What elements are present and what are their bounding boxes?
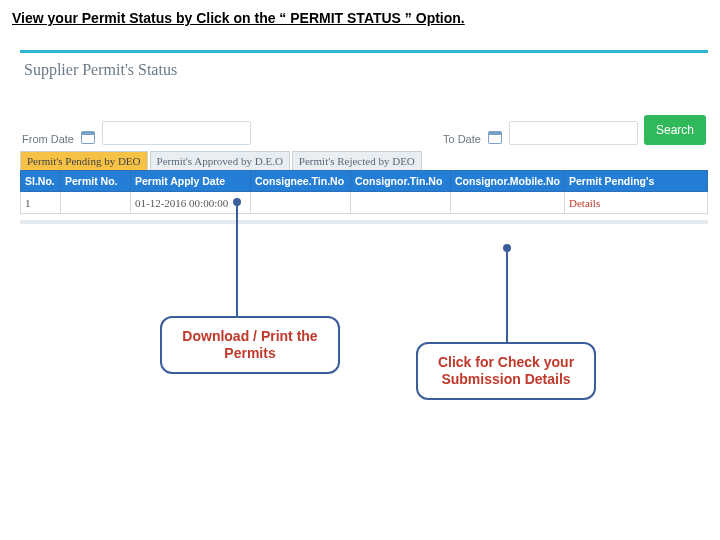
tab-rejected[interactable]: Permit's Rejected by DEO	[292, 151, 422, 170]
tab-pending[interactable]: Permit's Pending by DEO	[20, 151, 148, 170]
cell-slno: 1	[21, 192, 61, 214]
table-header-row: Sl.No. Permit No. Permit Apply Date Cons…	[21, 171, 708, 192]
permit-status-panel: Supplier Permit's Status From Date To Da…	[20, 50, 708, 224]
callout-connector	[236, 202, 238, 316]
to-date-label: To Date	[443, 133, 481, 145]
col-consignor-tin: Consignor.Tin.No	[351, 171, 451, 192]
col-apply-date: Permit Apply Date	[131, 171, 251, 192]
col-pending: Permit Pending's	[565, 171, 708, 192]
cell-consignor-mobile	[451, 192, 565, 214]
to-date-input[interactable]	[509, 121, 638, 145]
calendar-icon[interactable]	[487, 129, 503, 145]
col-consignor-mobile: Consignor.Mobile.No	[451, 171, 565, 192]
page-instruction: View your Permit Status by Click on the …	[12, 10, 708, 26]
cell-consignor-tin	[351, 192, 451, 214]
callout-submission-details: Click for Check your Submission Details	[416, 342, 596, 400]
calendar-icon[interactable]	[80, 129, 96, 145]
cell-permit-no	[61, 192, 131, 214]
cell-consignee-tin	[251, 192, 351, 214]
permit-table: Sl.No. Permit No. Permit Apply Date Cons…	[20, 170, 708, 214]
col-slno: Sl.No.	[21, 171, 61, 192]
date-filter-row: From Date To Date Search	[20, 85, 708, 147]
panel-footer-divider	[20, 220, 708, 224]
callout-download-print: Download / Print the Permits	[160, 316, 340, 374]
col-consignee-tin: Consignee.Tin.No	[251, 171, 351, 192]
search-button[interactable]: Search	[644, 115, 706, 145]
callout-connector	[506, 248, 508, 342]
from-date-label: From Date	[22, 133, 74, 145]
details-link[interactable]: Details	[569, 197, 600, 209]
tab-approved[interactable]: Permit's Approved by D.E.O	[150, 151, 290, 170]
col-permit-no: Permit No.	[61, 171, 131, 192]
from-date-input[interactable]	[102, 121, 251, 145]
panel-title: Supplier Permit's Status	[20, 53, 708, 85]
status-tabs: Permit's Pending by DEO Permit's Approve…	[20, 151, 708, 170]
table-row: 1 01-12-2016 00:00:00 Details	[21, 192, 708, 214]
